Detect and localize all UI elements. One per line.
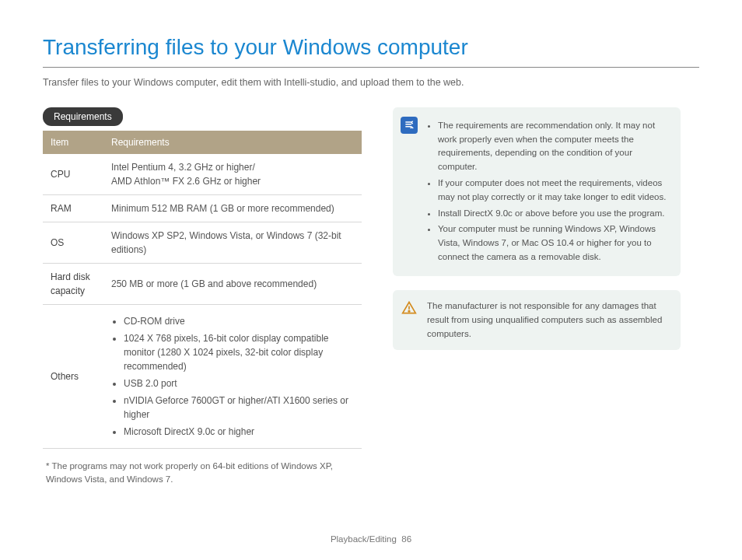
cell-item: OS <box>43 222 103 263</box>
table-row: OS Windows XP SP2, Windows Vista, or Win… <box>43 222 362 263</box>
footnote: * The programs may not work properly on … <box>43 460 362 487</box>
note-list: The requirements are recommendation only… <box>427 119 670 264</box>
footer-section: Playback/Editing <box>331 534 397 544</box>
list-item: Install DirectX 9.0c or above before you… <box>438 207 670 221</box>
cell-req: Intel Pentium 4, 3.2 GHz or higher/ AMD … <box>103 154 362 195</box>
list-item: nVIDIA Geforce 7600GT or higher/ATI X160… <box>124 394 354 422</box>
cell-req: CD-ROM drive 1024 X 768 pixels, 16-bit c… <box>103 304 362 448</box>
cell-req: 250 MB or more (1 GB and above recommend… <box>103 263 362 304</box>
requirements-table: Item Requirements CPU Intel Pentium 4, 3… <box>43 131 362 449</box>
th-requirements: Requirements <box>103 131 362 154</box>
table-row: RAM Minimum 512 MB RAM (1 GB or more rec… <box>43 194 362 222</box>
table-row: Others CD-ROM drive 1024 X 768 pixels, 1… <box>43 304 362 448</box>
warning-box: The manufacturer is not responsible for … <box>393 290 681 350</box>
list-item: Microsoft DirectX 9.0c or higher <box>124 425 354 439</box>
table-row: CPU Intel Pentium 4, 3.2 GHz or higher/ … <box>43 154 362 195</box>
content-columns: Requirements Item Requirements CPU Intel… <box>43 107 699 487</box>
list-item: If your computer does not meet the requi… <box>438 177 670 205</box>
cell-req: Minimum 512 MB RAM (1 GB or more recomme… <box>103 194 362 222</box>
cell-item: Hard disk capacity <box>43 263 103 304</box>
list-item: USB 2.0 port <box>124 376 354 390</box>
footer-page-number: 86 <box>401 534 411 544</box>
table-row: Hard disk capacity 250 MB or more (1 GB … <box>43 263 362 304</box>
list-item: The requirements are recommendation only… <box>438 119 670 174</box>
th-item: Item <box>43 131 103 154</box>
list-item: CD-ROM drive <box>124 314 354 328</box>
left-column: Requirements Item Requirements CPU Intel… <box>43 107 362 487</box>
page-footer: Playback/Editing 86 <box>0 533 742 546</box>
note-icon <box>401 117 418 134</box>
cell-item: Others <box>43 304 103 448</box>
svg-point-1 <box>408 310 410 312</box>
warning-icon <box>401 299 418 317</box>
list-item: 1024 X 768 pixels, 16-bit color display … <box>124 331 354 373</box>
warning-text: The manufacturer is not responsible for … <box>427 301 662 338</box>
right-column: The requirements are recommendation only… <box>393 107 681 487</box>
requirements-heading: Requirements <box>43 107 123 126</box>
cell-item: CPU <box>43 154 103 195</box>
page-title: Transferring files to your Windows compu… <box>43 31 699 68</box>
intro-text: Transfer files to your Windows computer,… <box>43 75 699 90</box>
cell-req: Windows XP SP2, Windows Vista, or Window… <box>103 222 362 263</box>
note-box: The requirements are recommendation only… <box>393 107 681 276</box>
cell-item: RAM <box>43 194 103 222</box>
others-list: CD-ROM drive 1024 X 768 pixels, 16-bit c… <box>111 314 354 439</box>
list-item: Your computer must be running Windows XP… <box>438 222 670 264</box>
